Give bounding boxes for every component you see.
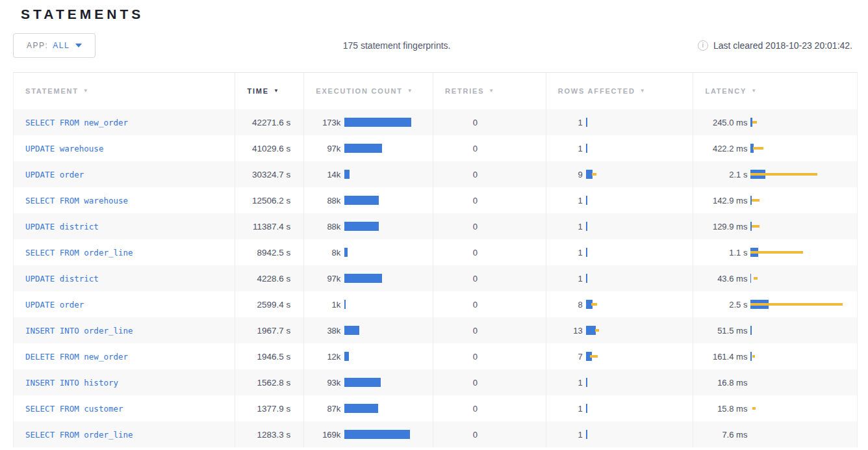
execution-count-bar	[344, 248, 433, 257]
bar-mean	[344, 222, 379, 231]
bar-stddev	[752, 225, 760, 228]
statement-link[interactable]: UPDATE district	[25, 274, 99, 284]
latency-bar	[750, 430, 857, 439]
rows-affected-bar	[586, 300, 693, 309]
bar-mean	[586, 196, 587, 205]
table-row: UPDATE district4228.6 s97k0143.6 ms	[14, 265, 857, 291]
statement-link[interactable]: UPDATE warehouse	[25, 144, 103, 153]
latency-bar	[750, 352, 857, 361]
time-value: 1946.5 s	[257, 352, 291, 362]
latency-cell: 161.4 ms	[693, 343, 857, 369]
rows-affected-bar	[586, 378, 693, 387]
statement-link[interactable]: SELECT FROM order_line	[25, 248, 133, 258]
sort-arrow-icon: ▼	[489, 88, 495, 94]
retries-value: 0	[433, 404, 478, 414]
statement-link[interactable]: SELECT FROM order_line	[25, 430, 133, 440]
sort-arrow-icon: ▼	[83, 88, 90, 94]
time-cell: 30324.7 s	[235, 161, 303, 187]
execution-count-value: 38k	[304, 326, 340, 336]
execution-count-value: 12k	[304, 352, 340, 362]
column-header-retries[interactable]: RETRIES▼	[433, 73, 546, 109]
execution-count-bar	[344, 404, 433, 413]
execution-count-value: 8k	[304, 248, 340, 258]
statement-cell: UPDATE order	[14, 161, 235, 187]
bar-mean	[586, 144, 587, 153]
statement-cell: UPDATE district	[14, 213, 235, 239]
retries-value: 0	[433, 300, 478, 310]
execution-count-bar	[344, 196, 433, 205]
statement-link[interactable]: INSERT INTO order_line	[25, 326, 133, 336]
execution-count-value: 88k	[304, 196, 340, 205]
bar-stddev	[752, 355, 755, 358]
column-header-time[interactable]: TIME▼	[235, 73, 303, 109]
rows-affected-cell: 1	[546, 213, 693, 239]
rows-affected-bar	[586, 222, 693, 231]
rows-affected-cell: 8	[546, 291, 693, 317]
column-header-execution-count[interactable]: EXECUTION COUNT▼	[303, 73, 433, 109]
statement-cell: SELECT FROM order_line	[14, 421, 235, 447]
bar-stddev	[750, 303, 843, 306]
latency-cell: 245.0 ms	[693, 109, 857, 135]
column-header-rows-affected[interactable]: ROWS AFFECTED▼	[546, 73, 693, 109]
bar-mean	[344, 378, 381, 387]
rows-affected-value: 1	[546, 144, 583, 153]
statement-link[interactable]: SELECT FROM warehouse	[25, 196, 128, 205]
bar-stddev	[590, 355, 598, 358]
rows-affected-cell: 1	[546, 239, 693, 265]
table-row: UPDATE district11387.4 s88k01129.9 ms	[14, 213, 857, 239]
latency-value: 15.8 ms	[693, 404, 747, 414]
time-value: 2599.4 s	[257, 300, 291, 310]
time-value: 1562.8 s	[257, 378, 291, 388]
bar-stddev	[591, 303, 597, 306]
execution-count-value: 93k	[304, 378, 340, 388]
rows-affected-cell: 1	[546, 109, 693, 135]
column-header-latency[interactable]: LATENCY▼	[693, 73, 857, 109]
table-row: DELETE FROM new_order1946.5 s12k07161.4 …	[14, 343, 857, 369]
latency-bar	[750, 144, 857, 153]
bar-mean	[344, 274, 382, 283]
statement-link[interactable]: UPDATE order	[25, 170, 84, 179]
execution-count-value: 87k	[304, 404, 340, 414]
execution-count-value: 97k	[304, 274, 340, 284]
rows-affected-value: 9	[546, 170, 583, 179]
latency-value: 129.9 ms	[693, 222, 747, 232]
latency-cell: 2.5 s	[693, 291, 857, 317]
page-title: STATEMENTS	[21, 6, 855, 23]
rows-affected-value: 8	[546, 300, 583, 310]
statement-link[interactable]: SELECT FROM customer	[25, 404, 123, 414]
time-cell: 1946.5 s	[235, 343, 303, 369]
last-cleared-text: Last cleared 2018-10-23 20:01:42.	[713, 40, 852, 51]
retries-cell: 0	[433, 343, 546, 369]
statement-cell: UPDATE order	[14, 291, 235, 317]
bar-mean	[586, 430, 587, 439]
info-icon[interactable]: i	[698, 40, 708, 51]
column-header-statement[interactable]: STATEMENT▼	[14, 73, 235, 109]
table-row: SELECT FROM order_line1283.3 s169k017.6 …	[14, 421, 857, 447]
bar-mean	[344, 170, 350, 179]
table-row: SELECT FROM order_line8942.5 s8k011.1 s	[14, 239, 857, 265]
rows-affected-bar	[586, 326, 693, 335]
statement-link[interactable]: DELETE FROM new_order	[25, 352, 128, 362]
latency-bar	[750, 222, 857, 231]
retries-cell: 0	[433, 421, 546, 447]
rows-affected-cell: 7	[546, 343, 693, 369]
retries-cell: 0	[433, 135, 546, 161]
bar-mean	[750, 352, 752, 361]
app-filter-dropdown[interactable]: APP: ALL	[13, 33, 96, 58]
sort-arrow-icon: ▼	[640, 88, 646, 94]
column-header-label: TIME	[247, 87, 268, 95]
rows-affected-cell: 1	[546, 369, 693, 395]
retries-cell: 0	[433, 291, 546, 317]
statement-link[interactable]: SELECT FROM new_order	[25, 118, 128, 127]
time-cell: 1562.8 s	[235, 369, 303, 395]
bar-stddev	[750, 173, 817, 176]
statement-link[interactable]: INSERT INTO history	[25, 378, 118, 388]
rows-affected-bar	[586, 144, 693, 153]
retries-cell: 0	[433, 109, 546, 135]
execution-count-bar	[344, 118, 433, 127]
statement-link[interactable]: UPDATE district	[25, 222, 99, 232]
retries-cell: 0	[433, 239, 546, 265]
retries-cell: 0	[433, 187, 546, 213]
statement-link[interactable]: UPDATE order	[25, 300, 84, 310]
latency-value: 2.5 s	[693, 300, 747, 310]
